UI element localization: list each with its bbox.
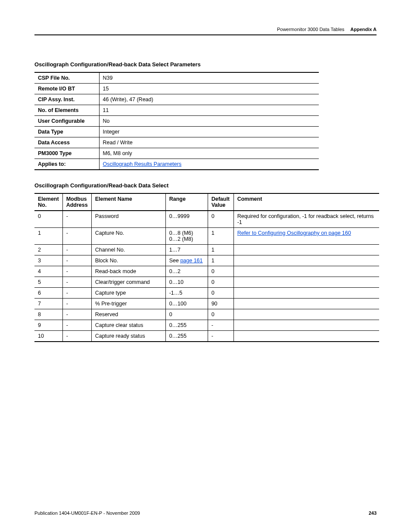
kv-value: N39 [99, 72, 319, 84]
cell-element-name: % Pre-trigger [91, 299, 165, 309]
cell-modbus: - [62, 288, 91, 299]
cell-element-no: 7 [34, 299, 62, 309]
cell-range: 0…9999 [165, 211, 208, 228]
cell-comment [234, 255, 379, 266]
cell-modbus: - [62, 320, 91, 331]
kv-value: Read / Write [99, 137, 319, 148]
kv-link[interactable]: Oscillograph Results Parameters [103, 161, 182, 167]
comment-link[interactable]: Refer to Configuring Oscillography on pa… [237, 230, 351, 236]
col-header-default: Default Value [208, 193, 234, 211]
kv-label: PM3000 Type [34, 148, 99, 159]
col-header-element-no: Element No. [34, 193, 62, 211]
kv-value: 46 (Write), 47 (Read) [99, 94, 319, 105]
cell-element-name: Password [91, 211, 165, 228]
footer-page-number: 243 [369, 510, 377, 516]
cell-range: 0…10 [165, 277, 208, 288]
cell-default: - [208, 320, 234, 331]
cell-element-no: 2 [34, 245, 62, 255]
cell-comment [234, 299, 379, 309]
cell-default: 0 [208, 309, 234, 320]
table-row: 2-Channel No.1…71 [34, 245, 379, 255]
cell-element-name: Capture clear status [91, 320, 165, 331]
cell-default: 1 [208, 255, 234, 266]
cell-default: - [208, 331, 234, 342]
running-header: Powermonitor 3000 Data Tables Appendix A [34, 27, 377, 32]
cell-element-no: 10 [34, 331, 62, 342]
cell-range: 0…255 [165, 331, 208, 342]
cell-default: 90 [208, 299, 234, 309]
cell-modbus: - [62, 228, 91, 245]
header-chapter: Appendix A [350, 27, 377, 32]
cell-modbus: - [62, 255, 91, 266]
cell-comment [234, 320, 379, 331]
cell-element-no: 6 [34, 288, 62, 299]
cell-modbus: - [62, 309, 91, 320]
cell-range: See page 161 [165, 255, 208, 266]
cell-modbus: - [62, 299, 91, 309]
cell-element-name: Clear/trigger command [91, 277, 165, 288]
kv-label: No. of Elements [34, 105, 99, 116]
cell-element-name: Block No. [91, 255, 165, 266]
table-row: 8-Reserved00 [34, 309, 379, 320]
cell-modbus: - [62, 266, 91, 277]
cell-element-no: 4 [34, 266, 62, 277]
table-row: 4-Read-back mode0…20 [34, 266, 379, 277]
cell-element-no: 3 [34, 255, 62, 266]
cell-range: 0 [165, 309, 208, 320]
kv-value: No [99, 116, 319, 127]
cell-default: 0 [208, 288, 234, 299]
cell-element-name: Channel No. [91, 245, 165, 255]
cell-comment [234, 266, 379, 277]
kv-value: Oscillograph Results Parameters [99, 159, 319, 170]
table-row: 6-Capture type-1…50 [34, 288, 379, 299]
cell-range: 0…100 [165, 299, 208, 309]
cell-element-name: Capture ready status [91, 331, 165, 342]
cell-range: 0…255 [165, 320, 208, 331]
kv-value: 15 [99, 84, 319, 94]
cell-comment: Required for configuration, -1 for readb… [234, 211, 379, 228]
cell-modbus: - [62, 331, 91, 342]
range-link[interactable]: page 161 [180, 258, 202, 264]
data-select-table: Element No. Modbus Address Element Name … [34, 193, 379, 342]
parameters-table: CSP File No.N39Remote I/O BT15CIP Assy. … [34, 72, 319, 170]
kv-label: CSP File No. [34, 72, 99, 84]
cell-element-name: Read-back mode [91, 266, 165, 277]
table-row: 7-% Pre-trigger0…10090 [34, 299, 379, 309]
kv-value: M6, M8 only [99, 148, 319, 159]
page-footer: Publication 1404-UM001F-EN-P - November … [34, 510, 377, 516]
col-header-range: Range [165, 193, 208, 211]
cell-comment [234, 245, 379, 255]
cell-range: 1…7 [165, 245, 208, 255]
table-row: 3-Block No.See page 1611 [34, 255, 379, 266]
kv-label: Applies to: [34, 159, 99, 170]
header-rule [34, 34, 377, 35]
cell-element-no: 9 [34, 320, 62, 331]
kv-label: User Configurable [34, 116, 99, 127]
table-row: 10-Capture ready status0…255- [34, 331, 379, 342]
cell-default: 0 [208, 277, 234, 288]
col-header-modbus: Modbus Address [62, 193, 91, 211]
cell-element-no: 5 [34, 277, 62, 288]
cell-comment: Refer to Configuring Oscillography on pa… [234, 228, 379, 245]
cell-default: 1 [208, 245, 234, 255]
section-title-data-select: Oscillograph Configuration/Read-back Dat… [34, 182, 377, 189]
col-header-comment: Comment [234, 193, 379, 211]
kv-value: 11 [99, 105, 319, 116]
cell-comment [234, 277, 379, 288]
cell-default: 0 [208, 266, 234, 277]
cell-comment [234, 288, 379, 299]
table-row: 9-Capture clear status0…255- [34, 320, 379, 331]
kv-value: Integer [99, 127, 319, 137]
cell-range: 0…8 (M6) 0…2 (M8) [165, 228, 208, 245]
kv-label: Data Type [34, 127, 99, 137]
cell-element-no: 0 [34, 211, 62, 228]
cell-default: 0 [208, 211, 234, 228]
cell-modbus: - [62, 245, 91, 255]
cell-element-name: Capture type [91, 288, 165, 299]
header-section: Powermonitor 3000 Data Tables [277, 27, 344, 32]
kv-label: Data Access [34, 137, 99, 148]
cell-range: -1…5 [165, 288, 208, 299]
kv-label: CIP Assy. Inst. [34, 94, 99, 105]
cell-element-no: 8 [34, 309, 62, 320]
cell-modbus: - [62, 277, 91, 288]
